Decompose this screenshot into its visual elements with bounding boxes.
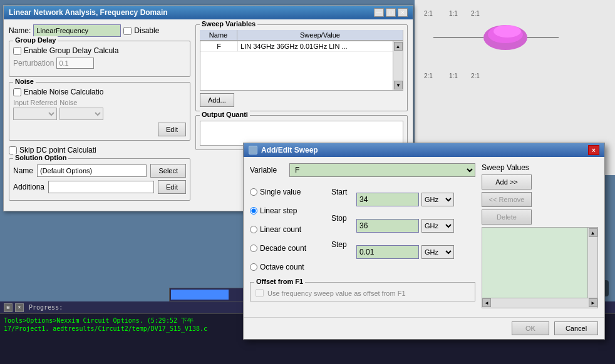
svg-point-5 (494, 25, 521, 38)
close-bar-button[interactable]: × (15, 303, 24, 312)
linear-count-label: Linear count (260, 225, 301, 234)
linear-count-radio[interactable] (250, 226, 257, 233)
output-quantities-title: Output Quanti (200, 111, 250, 118)
sv-scroll-left[interactable]: ◄ (482, 298, 491, 307)
cancel-button[interactable]: Cancel (554, 321, 598, 335)
sweep-values-area: ▲ ▼ ◄ ► (482, 227, 598, 308)
perturbation-label: Perturbation (13, 59, 54, 68)
progress-fill (171, 290, 229, 300)
offset-checkbox[interactable] (256, 289, 264, 297)
enable-group-delay-label: Enable Group Delay Calcula (24, 46, 118, 55)
skip-dc-checkbox[interactable] (9, 146, 17, 154)
param-column: Start GHz Hz KHz MHz Stop (331, 185, 475, 278)
sweep-close-button[interactable]: × (588, 145, 599, 155)
disable-checkbox[interactable] (123, 27, 132, 35)
enable-group-delay-row: Enable Group Delay Calcula (13, 46, 186, 55)
single-value-label: Single value (260, 188, 301, 196)
scroll-up-btn[interactable]: ▲ (394, 42, 403, 51)
col-name-header: Name (200, 30, 237, 40)
step-label: Step (331, 240, 353, 249)
output-quantities-area (200, 121, 403, 146)
edit-noise-button[interactable]: Edit (158, 123, 186, 136)
name-label: Name: (9, 26, 31, 35)
additional-label: Additiona (13, 183, 44, 191)
sv-scroll-up[interactable]: ▲ (589, 228, 597, 237)
add-values-button[interactable]: Add >> (482, 174, 532, 190)
variable-select[interactable]: F (289, 163, 475, 177)
sweep-content: Variable F Single value Linear step (244, 157, 604, 317)
linear-step-row: Linear step (250, 203, 325, 218)
single-value-radio[interactable] (250, 188, 257, 196)
disable-label: Disable (134, 26, 159, 35)
svg-text:2:1: 2:1 (471, 10, 480, 17)
solution-edit-button[interactable]: Edit (158, 180, 186, 194)
noise-inputs: Input Referred Noise (13, 99, 186, 120)
titlebar-controls: — □ × (374, 8, 408, 17)
decade-count-label: Decade count (260, 244, 306, 253)
step-unit-select[interactable]: GHz Hz KHz MHz (421, 245, 454, 259)
sweep-variables-title: Sweep Variables (200, 20, 257, 28)
sv-scroll-right[interactable]: ► (589, 298, 597, 307)
start-unit-select[interactable]: GHz Hz KHz MHz (421, 193, 454, 206)
pin-button[interactable]: ⊞ (4, 303, 13, 312)
enable-noise-row: Enable Noise Calculatio (13, 88, 186, 96)
solution-name-label: Name (13, 166, 33, 175)
row-name-cell: F (200, 41, 238, 51)
variable-row: Variable F (250, 163, 475, 177)
stop-input[interactable] (356, 219, 419, 233)
sweep-right-panel: Sweep Values Add >> << Remove Delete ▲ ▼… (482, 163, 598, 311)
sweep-dialog-titlebar: Add/Edit Sweep × (244, 143, 604, 157)
close-button[interactable]: × (398, 8, 408, 17)
stop-label: Stop (331, 214, 353, 223)
row-value-cell: LIN 34GHz 36GHz 0.01GHz LIN ... (238, 41, 403, 51)
noise-select (59, 108, 103, 120)
linear-step-label: Linear step (260, 206, 297, 215)
sweep-values-scroll-v[interactable]: ▲ ▼ (587, 228, 597, 308)
offset-checkbox-row: Use frequency sweep value as offset from… (256, 289, 470, 297)
offset-label: Use frequency sweep value as offset from… (267, 290, 406, 297)
add-edit-sweep-dialog: Add/Edit Sweep × Variable F Single value (243, 143, 605, 340)
table-row: F LIN 34GHz 36GHz 0.01GHz LIN ... (200, 41, 403, 52)
add-btn-area: Add... (200, 93, 403, 107)
single-value-row: Single value (250, 185, 325, 200)
stop-unit-select[interactable]: GHz Hz KHz MHz (421, 219, 454, 233)
skip-dc-row: Skip DC point Calculati (9, 146, 190, 154)
radio-column: Single value Linear step Linear count De… (250, 185, 325, 278)
svg-text:2:1: 2:1 (424, 10, 433, 17)
solution-name-input[interactable] (37, 164, 147, 177)
group-delay-title: Group Delay (13, 36, 58, 44)
input-referred-label: Input Referred (13, 99, 57, 106)
minimize-button[interactable]: — (374, 8, 384, 17)
scroll-bar[interactable]: ▲ ▼ (393, 41, 403, 90)
sweep-values-scroll-h[interactable]: ◄ ► (482, 298, 597, 308)
bar-controls: ⊞ × (4, 303, 24, 312)
input-referred-select (13, 108, 57, 120)
solution-additional-row: Additiona Edit (13, 180, 186, 194)
add-sweep-button[interactable]: Add... (200, 93, 234, 107)
ok-button[interactable]: OK (512, 321, 549, 335)
sweep-titlebar-left: Add/Edit Sweep (249, 146, 318, 154)
delete-values-button[interactable]: Delete (482, 210, 532, 225)
enable-noise-checkbox[interactable] (13, 88, 21, 96)
remove-values-button[interactable]: << Remove (482, 192, 532, 207)
decade-count-radio[interactable] (250, 245, 257, 252)
radio-params-section: Single value Linear step Linear count De… (250, 185, 475, 278)
main-dialog-titlebar: Linear Network Analysis, Frequency Domai… (4, 6, 413, 19)
octave-count-radio[interactable] (250, 263, 257, 271)
name-input[interactable] (33, 24, 121, 37)
noise-label: Noise (59, 99, 103, 106)
select-button[interactable]: Select (150, 164, 186, 178)
additional-input[interactable] (48, 181, 154, 193)
maximize-button[interactable]: □ (386, 8, 396, 17)
linear-step-radio[interactable] (250, 207, 257, 215)
svg-text:2:1: 2:1 (424, 73, 433, 79)
start-input[interactable] (356, 193, 419, 206)
enable-group-delay-checkbox[interactable] (13, 47, 21, 55)
perturbation-row: Perturbation (13, 58, 186, 69)
svg-text:2:1: 2:1 (471, 73, 480, 79)
scroll-down-btn[interactable]: ▼ (394, 81, 403, 89)
svg-text:1:1: 1:1 (449, 10, 458, 17)
step-input[interactable] (356, 245, 419, 259)
name-row: Name: Disable (9, 24, 190, 37)
sweep-left-panel: Variable F Single value Linear step (250, 163, 475, 311)
